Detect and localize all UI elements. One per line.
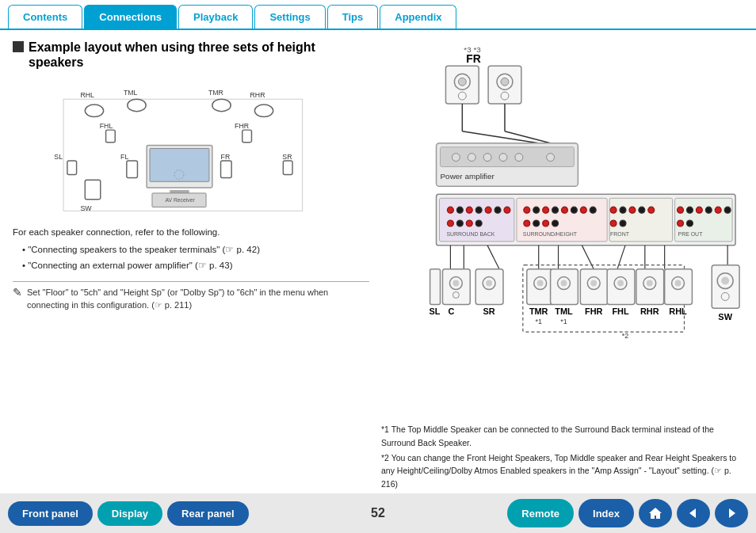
svg-point-76 bbox=[639, 207, 645, 213]
svg-text:FHL: FHL bbox=[612, 306, 629, 316]
svg-point-46 bbox=[452, 154, 460, 162]
bottom-nav-left: Front panel Display Rear panel bbox=[8, 501, 249, 526]
instruction-item-2: "Connecting an external power amplifier"… bbox=[22, 258, 369, 272]
page-title: Example layout when using three sets of … bbox=[29, 40, 369, 70]
svg-text:PRE OUT: PRE OUT bbox=[678, 231, 704, 237]
svg-point-51 bbox=[547, 154, 555, 162]
footnote-1: *1 The Top Middle Speaker can be connect… bbox=[381, 423, 743, 450]
svg-text:SURROUND BACK: SURROUND BACK bbox=[446, 231, 494, 237]
instruction-intro: For each speaker connection, refer to th… bbox=[13, 225, 369, 239]
svg-rect-14 bbox=[150, 149, 209, 182]
home-button[interactable] bbox=[639, 499, 672, 527]
svg-point-78 bbox=[678, 207, 684, 213]
svg-point-61 bbox=[475, 207, 482, 213]
svg-text:SL: SL bbox=[54, 153, 63, 161]
front-panel-button[interactable]: Front panel bbox=[8, 501, 93, 526]
tab-appendix[interactable]: Appendix bbox=[380, 5, 456, 29]
svg-point-67 bbox=[543, 207, 549, 213]
svg-rect-23 bbox=[67, 161, 77, 175]
svg-point-70 bbox=[571, 207, 577, 213]
svg-point-93 bbox=[620, 220, 626, 227]
svg-text:TMR: TMR bbox=[208, 89, 223, 97]
svg-point-38 bbox=[501, 78, 509, 86]
svg-text:RHR: RHR bbox=[250, 92, 265, 100]
note-icon: ✎ bbox=[13, 286, 22, 299]
svg-text:*1: *1 bbox=[560, 318, 567, 326]
tab-playback[interactable]: Playback bbox=[178, 5, 253, 29]
svg-text:SL: SL bbox=[430, 306, 441, 316]
speaker-layout-diagram: RHL TML TMR RHR FHL FHR bbox=[13, 76, 346, 219]
svg-text:SR: SR bbox=[282, 153, 292, 161]
svg-point-3 bbox=[128, 100, 146, 112]
svg-point-136 bbox=[675, 280, 682, 287]
section-title: Example layout when using three sets of … bbox=[13, 40, 369, 70]
svg-point-49 bbox=[499, 154, 507, 162]
svg-text:FHR: FHR bbox=[585, 306, 603, 316]
svg-point-77 bbox=[648, 207, 655, 213]
svg-point-94 bbox=[678, 220, 684, 227]
svg-point-73 bbox=[610, 207, 617, 213]
svg-text:RHL: RHL bbox=[80, 92, 94, 100]
svg-point-117 bbox=[486, 280, 492, 287]
tab-settings[interactable]: Settings bbox=[254, 5, 325, 29]
svg-point-5 bbox=[212, 100, 231, 112]
right-diagram: *3 *3 FR bbox=[381, 40, 743, 420]
svg-text:C: C bbox=[448, 306, 454, 316]
tab-contents[interactable]: Contents bbox=[8, 5, 82, 29]
svg-point-64 bbox=[504, 207, 510, 213]
svg-point-62 bbox=[485, 207, 491, 213]
svg-point-139 bbox=[721, 277, 729, 285]
svg-point-1 bbox=[85, 105, 103, 117]
svg-text:TML: TML bbox=[555, 306, 573, 316]
svg-point-88 bbox=[524, 220, 530, 227]
svg-text:TMR: TMR bbox=[529, 306, 548, 316]
svg-rect-118 bbox=[430, 269, 441, 305]
svg-point-63 bbox=[494, 207, 501, 213]
svg-point-68 bbox=[552, 207, 559, 213]
svg-point-58 bbox=[447, 207, 453, 213]
svg-point-95 bbox=[686, 220, 693, 227]
rear-panel-button[interactable]: Rear panel bbox=[167, 501, 248, 526]
svg-text:FRONT: FRONT bbox=[610, 231, 630, 237]
svg-point-72 bbox=[590, 207, 596, 213]
display-button[interactable]: Display bbox=[97, 501, 162, 526]
svg-point-89 bbox=[533, 220, 540, 227]
svg-point-71 bbox=[580, 207, 586, 213]
svg-rect-19 bbox=[221, 161, 232, 177]
svg-text:Power amplifier: Power amplifier bbox=[441, 172, 495, 181]
svg-text:FR: FR bbox=[221, 153, 231, 161]
svg-text:SR: SR bbox=[483, 306, 495, 316]
svg-text:RHR: RHR bbox=[640, 306, 659, 316]
index-button[interactable]: Index bbox=[578, 499, 634, 527]
svg-point-92 bbox=[610, 220, 617, 227]
svg-point-69 bbox=[562, 207, 568, 213]
back-button[interactable] bbox=[677, 499, 710, 527]
remote-button[interactable]: Remote bbox=[507, 499, 574, 527]
svg-point-133 bbox=[647, 280, 653, 287]
svg-marker-154 bbox=[689, 508, 696, 518]
svg-point-85 bbox=[456, 220, 463, 227]
svg-point-59 bbox=[456, 207, 463, 213]
nav-tabs: Contents Connections Playback Settings T… bbox=[0, 0, 756, 30]
bottom-nav-right: Remote Index bbox=[507, 499, 748, 527]
svg-point-66 bbox=[533, 207, 540, 213]
svg-rect-15 bbox=[170, 190, 189, 193]
svg-point-127 bbox=[590, 280, 597, 287]
svg-point-82 bbox=[715, 207, 721, 213]
tab-connections[interactable]: Connections bbox=[84, 5, 177, 29]
svg-point-47 bbox=[468, 154, 475, 162]
svg-rect-137 bbox=[712, 265, 739, 309]
svg-rect-134 bbox=[665, 269, 693, 305]
svg-point-113 bbox=[452, 280, 459, 287]
footnote-2: *2 You can change the Front Height Speak… bbox=[381, 451, 743, 491]
svg-text:AV Receiver: AV Receiver bbox=[165, 197, 195, 203]
svg-point-79 bbox=[686, 207, 693, 213]
svg-line-101 bbox=[487, 246, 499, 269]
svg-text:*2: *2 bbox=[622, 332, 628, 340]
svg-text:RHL: RHL bbox=[669, 306, 687, 316]
forward-button[interactable] bbox=[715, 499, 748, 527]
svg-rect-21 bbox=[85, 181, 100, 200]
svg-rect-11 bbox=[242, 130, 252, 143]
tab-tips[interactable]: Tips bbox=[327, 5, 379, 29]
svg-point-84 bbox=[447, 220, 453, 227]
